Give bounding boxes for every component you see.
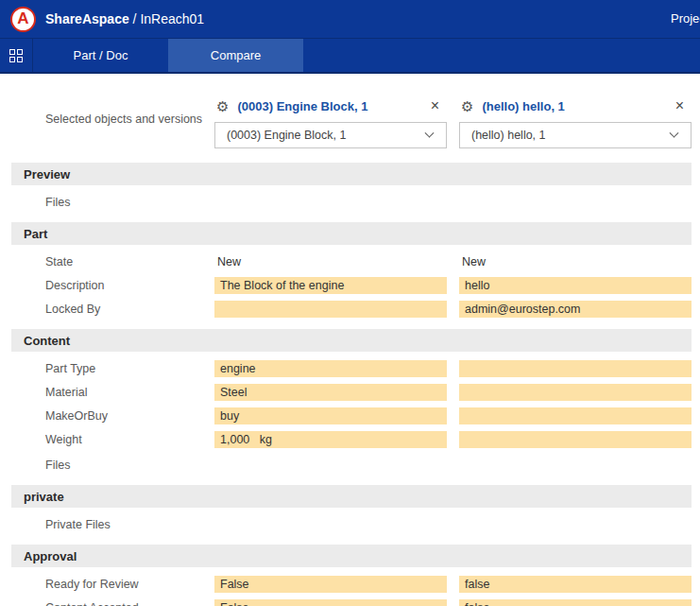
row-label: Weight [0, 433, 214, 446]
section-preview: Preview [11, 163, 691, 185]
row-content-accepted: Content Accepted False false [0, 599, 700, 606]
selected-objects-label: Selected objects and versions [0, 113, 214, 126]
object-title-right[interactable]: (hello) hello, 1 [482, 99, 564, 113]
row-weight: Weight 1,000 kg [0, 431, 700, 448]
value-right: false [459, 599, 691, 606]
row-label: Files [0, 196, 214, 209]
apps-grid-button[interactable] [0, 39, 33, 72]
selected-objects-row: Selected objects and versions ⚙ (0003) E… [0, 90, 700, 148]
value-right [459, 407, 691, 424]
project-menu[interactable]: Project [671, 11, 700, 26]
value-left: Steel [214, 384, 447, 401]
value-right: hello [459, 277, 691, 294]
value-left: buy [214, 407, 447, 424]
compare-view: Selected objects and versions ⚙ (0003) E… [0, 74, 700, 606]
value-right: admin@eurostep.com [459, 301, 691, 318]
section-approval: Approval [11, 545, 691, 567]
version-select-right-value: (hello) hello, 1 [471, 129, 546, 142]
grid-icon [9, 49, 23, 62]
row-makeorbuy: MakeOrBuy buy [0, 407, 700, 424]
gear-icon[interactable]: ⚙ [216, 99, 229, 113]
selected-object-left: ⚙ (0003) Engine Block, 1 × (0003) Engine… [214, 90, 447, 148]
chevron-down-icon [670, 128, 679, 137]
row-label: MakeOrBuy [0, 409, 214, 423]
section-part: Part [11, 222, 691, 245]
row-label: Private Files [0, 518, 214, 531]
value-left: The Block of the engine [214, 277, 447, 294]
row-label: Material [0, 386, 214, 399]
value-left: engine [214, 360, 447, 377]
row-preview-files: Files [0, 194, 700, 211]
tab-compare[interactable]: Compare [168, 39, 303, 72]
close-icon[interactable]: × [431, 98, 439, 113]
gear-icon[interactable]: ⚙ [461, 99, 473, 113]
shareaspace-logo-icon: A [10, 7, 36, 32]
chevron-down-icon [425, 128, 435, 137]
value-right [459, 384, 691, 401]
row-label: Content Accepted [0, 601, 214, 606]
row-label: Part Type [0, 362, 214, 375]
value-left: False [214, 576, 447, 593]
row-label: Files [0, 459, 214, 472]
row-part-type: Part Type engine [0, 360, 700, 377]
value-right [459, 360, 691, 377]
brand-name: ShareAspace [45, 11, 129, 26]
value-right: New [459, 255, 691, 268]
row-label: Ready for Review [0, 578, 214, 591]
version-select-left[interactable]: (0003) Engine Block, 1 [214, 122, 447, 148]
row-state: State New New [0, 253, 700, 270]
row-description: Description The Block of the engine hell… [0, 277, 700, 294]
row-private-files: Private Files [0, 516, 700, 533]
selected-object-right: ⚙ (hello) hello, 1 × (hello) hello, 1 [459, 90, 691, 148]
app-header: A ShareAspace / InReach01 Project [0, 0, 700, 38]
value-left [214, 301, 447, 318]
section-private: private [11, 485, 691, 508]
value-right: false [459, 576, 691, 593]
value-left: 1,000 kg [214, 431, 447, 448]
value-right [459, 431, 691, 448]
row-label: State [0, 255, 214, 268]
row-content-files: Files [0, 457, 700, 474]
tab-part-doc[interactable]: Part / Doc [33, 39, 168, 72]
row-material: Material Steel [0, 384, 700, 401]
row-label: Description [0, 279, 214, 292]
tab-bar: Part / Doc Compare [0, 38, 700, 74]
row-locked-by: Locked By admin@eurostep.com [0, 301, 700, 318]
version-select-right[interactable]: (hello) hello, 1 [459, 122, 691, 148]
row-label: Locked By [0, 303, 214, 316]
version-select-left-value: (0003) Engine Block, 1 [227, 129, 346, 142]
workspace-name: / InReach01 [129, 11, 204, 26]
value-left: New [214, 255, 447, 268]
close-icon[interactable]: × [675, 98, 684, 113]
app-title: ShareAspace / InReach01 [45, 11, 204, 26]
row-ready-for-review: Ready for Review False false [0, 576, 700, 593]
section-content: Content [11, 329, 691, 352]
value-left: False [214, 599, 447, 606]
object-title-left[interactable]: (0003) Engine Block, 1 [237, 99, 367, 113]
